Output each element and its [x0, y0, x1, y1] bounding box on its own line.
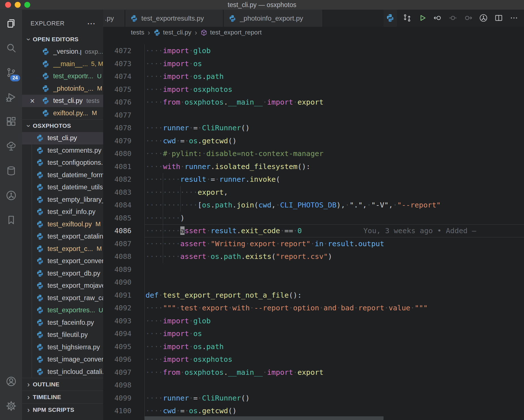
- commit-graph-button[interactable]: [477, 10, 490, 27]
- code-line[interactable]: 4084············[os.path.join(cwd,·CLI_P…: [103, 199, 524, 212]
- code-line-content[interactable]: [144, 263, 524, 276]
- code-line[interactable]: 4095····import·os.path: [103, 340, 524, 353]
- code-line-content[interactable]: ········assert·"Writing·export·report"·i…: [144, 237, 524, 250]
- code-line[interactable]: 4089: [103, 263, 524, 276]
- tree-item[interactable]: test_exif_info.py: [22, 206, 103, 218]
- split-editor-button[interactable]: [492, 10, 505, 27]
- code-line[interactable]: 4099····runner·=·CliRunner(): [103, 392, 524, 405]
- code-line[interactable]: 4080····#·pylint:·disable=not-context-ma…: [103, 147, 524, 160]
- tree-item[interactable]: test_incloud_catali...: [22, 366, 103, 378]
- code-line[interactable]: 4079····cwd·=·os.getcwd(): [103, 135, 524, 148]
- settings-gear-button[interactable]: [0, 394, 22, 419]
- code-line[interactable]: 4090: [103, 276, 524, 289]
- step-button[interactable]: [446, 10, 460, 27]
- code-line-content[interactable]: ····from·osxphotos.__main__·import·expor…: [144, 366, 524, 379]
- code-line[interactable]: 4073····import·os: [103, 57, 524, 70]
- code-line[interactable]: 4085········): [103, 212, 524, 225]
- code-line-content[interactable]: [144, 109, 524, 122]
- code-line-content[interactable]: ········assert·os.path.exists("report.cs…: [144, 250, 524, 263]
- account-button[interactable]: [0, 370, 22, 394]
- bookmarks-button[interactable]: [0, 208, 22, 233]
- section-npm-scripts[interactable]: ›NPM SCRIPTS: [22, 403, 103, 416]
- section-outline[interactable]: ›OUTLINE: [22, 378, 103, 391]
- code-line[interactable]: 4098: [103, 379, 524, 392]
- code-line-content[interactable]: ····from·osxphotos.__main__·import·expor…: [144, 96, 524, 109]
- code-line[interactable]: 4076····from·osxphotos.__main__·import·e…: [103, 96, 524, 109]
- tab-partial[interactable]: .py: [103, 10, 125, 27]
- open-editor-item[interactable]: _version.pyosxp...: [22, 46, 103, 58]
- open-editor-item[interactable]: __main__....5, M: [22, 58, 103, 70]
- code-line-content[interactable]: ····import·os: [144, 57, 524, 70]
- code-line[interactable]: 4100····cwd·=·os.getcwd(): [103, 404, 524, 417]
- tree-item[interactable]: test_export_mojave...: [22, 280, 103, 292]
- tree-item[interactable]: test_export_conver...: [22, 255, 103, 267]
- tree-item[interactable]: test_comments.py: [22, 144, 103, 157]
- horizontal-scrollbar[interactable]: [144, 416, 384, 420]
- code-line[interactable]: 4075····import·osxphotos: [103, 83, 524, 96]
- files-button[interactable]: [0, 12, 22, 36]
- code-line[interactable]: 4074····import·os.path: [103, 70, 524, 83]
- code-line-content[interactable]: ····with·runner.isolated_filesystem():: [144, 160, 524, 173]
- code-line[interactable]: 4072····import·glob: [103, 44, 524, 57]
- minimize-window-button[interactable]: [15, 2, 21, 8]
- code-line-content[interactable]: ····#·pylint:·disable=not-context-manage…: [144, 147, 524, 160]
- code-line[interactable]: 4081····with·runner.isolated_filesystem(…: [103, 160, 524, 173]
- code-line[interactable]: 4088········assert·os.path.exists("repor…: [103, 250, 524, 263]
- code-line-content[interactable]: ········assert·result.exit_code·==·0You,…: [144, 224, 524, 237]
- code-line-content[interactable]: ····runner·=·CliRunner(): [144, 122, 524, 135]
- code-line-content[interactable]: ····import·os.path: [144, 340, 524, 353]
- code-line-content[interactable]: ····import·glob: [144, 315, 524, 328]
- code-line[interactable]: 4078····runner·=·CliRunner(): [103, 122, 524, 135]
- code-line[interactable]: 4094····import·os: [103, 327, 524, 340]
- tree-item[interactable]: test_datetime_utils....: [22, 181, 103, 194]
- more-actions-button[interactable]: [507, 10, 521, 27]
- code-line[interactable]: 4091def·test_export_report_not_a_file():: [103, 289, 524, 302]
- breadcrumb-item[interactable]: tests: [131, 29, 144, 36]
- gitlens-button[interactable]: [0, 184, 22, 208]
- close-icon[interactable]: ×: [30, 97, 35, 105]
- code-line[interactable]: 4092····"""·test·export·with·--report·op…: [103, 302, 524, 315]
- code-line-content[interactable]: [144, 379, 524, 392]
- tree-item[interactable]: test_exiftool.pyM: [22, 218, 103, 231]
- source-control-button[interactable]: 24: [0, 61, 22, 85]
- code-line-content[interactable]: ····import·osxphotos: [144, 83, 524, 96]
- code-line[interactable]: 4087········assert·"Writing·export·repor…: [103, 237, 524, 250]
- tree-item[interactable]: test_empty_library_...: [22, 194, 103, 206]
- code-line-content[interactable]: def·test_export_report_not_a_file():: [144, 289, 524, 302]
- tree-item[interactable]: test_export_catalin...: [22, 230, 103, 243]
- tree-item[interactable]: test_faceinfo.py: [22, 317, 103, 329]
- code-line[interactable]: 4096····import·osxphotos: [103, 353, 524, 366]
- code-line[interactable]: 4082········result·=·runner.invoke(: [103, 173, 524, 186]
- section-timeline[interactable]: ›TIMELINE: [22, 391, 103, 403]
- code-line[interactable]: 4077: [103, 109, 524, 122]
- tree-item[interactable]: test_image_convert...: [22, 353, 103, 366]
- close-window-button[interactable]: [5, 2, 11, 8]
- extensions-button[interactable]: [0, 110, 22, 135]
- code-line-content[interactable]: ····import·glob: [144, 44, 524, 57]
- compare-changes-button[interactable]: [400, 10, 414, 27]
- section-open-editors[interactable]: › OPEN EDITORS: [22, 33, 103, 46]
- search-button[interactable]: [0, 36, 22, 61]
- tree-item[interactable]: test_export_c...M: [22, 243, 103, 255]
- tree-item[interactable]: test_export_db.py: [22, 267, 103, 280]
- code-editor[interactable]: 4072····import·glob4073····import·os4074…: [103, 38, 524, 420]
- open-editor-item[interactable]: _photoinfo_...M: [22, 83, 103, 95]
- database-button[interactable]: [0, 159, 22, 184]
- tree-item[interactable]: test_highsierra.py: [22, 341, 103, 354]
- run-python-file-button[interactable]: [416, 10, 429, 27]
- code-line-content[interactable]: ····runner·=·CliRunner(): [144, 392, 524, 405]
- tree-item[interactable]: test_exportres...U: [22, 304, 103, 317]
- code-line-content[interactable]: ····cwd·=·os.getcwd(): [144, 404, 524, 417]
- tree-item[interactable]: test_datetime_form...: [22, 169, 103, 181]
- code-line-content[interactable]: ············export,: [144, 186, 524, 199]
- code-line-content[interactable]: ········): [144, 212, 524, 225]
- code-line-content[interactable]: ····import·os.path: [144, 70, 524, 83]
- zoom-window-button[interactable]: [24, 2, 30, 8]
- open-editor-item[interactable]: exiftool.py...M: [22, 107, 103, 120]
- step-over-button[interactable]: [462, 10, 475, 27]
- code-line[interactable]: 4093····import·glob: [103, 315, 524, 328]
- tree-item[interactable]: test_fileutil.py: [22, 329, 103, 341]
- python-logo-button[interactable]: [384, 10, 397, 27]
- step-back-button[interactable]: [431, 10, 444, 27]
- code-line-content[interactable]: ········result·=·runner.invoke(: [144, 173, 524, 186]
